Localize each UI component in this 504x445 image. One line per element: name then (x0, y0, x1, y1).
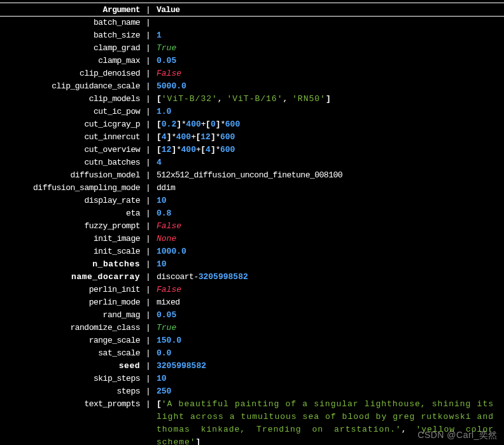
value-token: True (157, 43, 176, 53)
table-row: skip_steps|10 (0, 373, 504, 385)
argument-value: discoart-3205998582 (153, 271, 494, 284)
row-separator: | (144, 195, 153, 207)
argument-value: 0.05 (153, 309, 494, 322)
value-token: 4 (162, 132, 167, 142)
value-token: 0.8 (157, 209, 171, 218)
argument-name: cut_icgray_p (0, 118, 144, 131)
value-token: 'RN50' (292, 94, 326, 104)
table-row: cutn_batches|4 (0, 156, 504, 169)
value-token: 600 (220, 132, 235, 142)
value-token: [ (157, 145, 162, 154)
table-row: eta|0.8 (0, 207, 504, 220)
argument-name: seed (0, 360, 144, 373)
argument-value: ddim (153, 182, 494, 195)
argument-value: ['A beautiful painting of a singular lig… (153, 398, 494, 445)
value-token: 1 (157, 31, 162, 40)
value-token: ] (326, 94, 331, 104)
table-row: clamp_max|0.05 (0, 55, 504, 67)
value-token: 12 (200, 132, 211, 142)
argument-value: [12]*400+[4]*600 (153, 144, 494, 156)
argument-value: 3205998582 (153, 360, 494, 373)
table-row: diffusion_model|512x512_diffusion_uncond… (0, 169, 504, 182)
value-token: False (157, 69, 181, 78)
value-token: 400 (181, 145, 196, 154)
value-token: 0 (211, 120, 216, 129)
header-separator: | (144, 5, 153, 15)
row-separator: | (144, 322, 153, 334)
row-separator: | (144, 42, 153, 55)
argument-name: rand_mag (0, 309, 144, 322)
value-token: ] (216, 120, 221, 129)
argument-name: sat_scale (0, 347, 144, 360)
value-token: [ (157, 399, 162, 409)
argument-name: cut_innercut (0, 131, 144, 144)
value-token: * (171, 132, 176, 142)
argument-value: 1000.0 (153, 245, 494, 258)
value-token: [ (157, 132, 162, 142)
row-separator: | (144, 118, 153, 131)
table-row: steps|250 (0, 385, 504, 398)
value-token: mixed (157, 298, 180, 307)
argument-name: cutn_batches (0, 156, 144, 169)
value-token: 400 (176, 132, 191, 142)
row-separator: | (144, 258, 153, 271)
value-token: ] (211, 145, 216, 154)
value-token: * (221, 120, 225, 129)
argument-value: 0.8 (153, 207, 494, 220)
value-token: [ (157, 120, 162, 129)
argument-name: display_rate (0, 195, 144, 207)
value-token: discoart- (157, 272, 199, 282)
value-token: False (157, 221, 181, 231)
row-separator: | (144, 309, 153, 322)
row-separator: | (144, 29, 153, 42)
row-separator: | (144, 169, 153, 182)
argument-value: False (153, 284, 494, 296)
table-row: clip_denoised|False (0, 67, 504, 80)
value-token: * (216, 145, 220, 154)
value-token: 12 (162, 145, 172, 154)
value-token: , (218, 94, 227, 104)
argument-name: n_batches (0, 258, 144, 271)
row-separator: | (144, 55, 153, 67)
row-separator: | (144, 245, 153, 258)
row-separator: | (144, 284, 153, 296)
argument-value: 512x512_diffusion_uncond_finetune_008100 (153, 169, 494, 182)
value-token: * (176, 145, 181, 154)
row-separator: | (144, 347, 153, 360)
value-token: [ (200, 145, 206, 154)
value-token: ] (176, 120, 181, 129)
argument-name: clamp_grad (0, 42, 144, 55)
value-token: , (402, 425, 416, 434)
table-row: sat_scale|0.0 (0, 347, 504, 360)
value-token: 250 (157, 387, 171, 396)
table-row: range_scale|150.0 (0, 334, 504, 347)
value-token: 4 (206, 145, 211, 154)
row-separator: | (144, 271, 153, 284)
value-token: 3205998582 (199, 272, 248, 282)
argument-value: ['ViT-B/32', 'ViT-B/16', 'RN50'] (153, 93, 494, 106)
table-row: init_scale|1000.0 (0, 245, 504, 258)
table-row: perlin_init|False (0, 284, 504, 296)
value-token: 'ViT-B/32' (162, 94, 218, 104)
argument-name: name_docarray (0, 271, 144, 284)
table-row: perlin_mode|mixed (0, 296, 504, 309)
argument-name: clip_models (0, 93, 144, 106)
value-token: 10 (157, 196, 167, 205)
argument-name: cut_overview (0, 144, 144, 156)
row-separator: | (144, 233, 153, 245)
argument-value: 1.0 (153, 106, 494, 118)
argument-name: clip_guidance_scale (0, 80, 144, 93)
table-row: text_prompts|['A beautiful painting of a… (0, 398, 504, 445)
argument-value: 250 (153, 385, 494, 398)
table-row: cut_ic_pow|1.0 (0, 106, 504, 118)
arguments-table: Argument | Value batch_name|batch_size|1… (0, 0, 504, 445)
argument-value: [4]*400+[12]*600 (153, 131, 494, 144)
argument-value: True (153, 42, 494, 55)
argument-value: mixed (153, 296, 494, 309)
value-token: ddim (157, 183, 175, 193)
header-argument: Argument (0, 5, 144, 15)
argument-name: perlin_mode (0, 296, 144, 309)
table-row: clip_models|['ViT-B/32', 'ViT-B/16', 'RN… (0, 93, 504, 106)
value-token: 3205998582 (157, 361, 206, 371)
row-separator: | (144, 296, 153, 309)
